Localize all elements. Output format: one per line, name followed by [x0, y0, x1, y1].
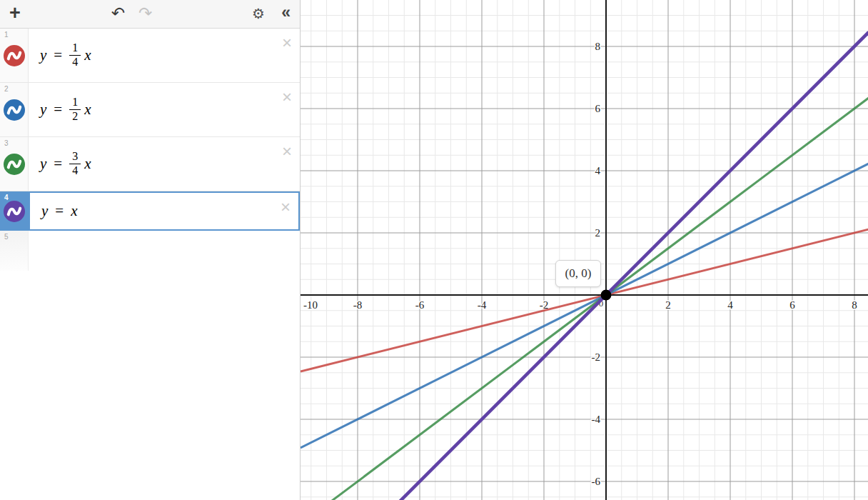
expression-gutter-3[interactable]: 3 [0, 137, 29, 191]
expression-input-empty[interactable] [29, 231, 300, 271]
expression-row-2: 2 y=12x × [0, 83, 300, 137]
row-number: 1 [4, 31, 9, 39]
sinusoid-color-icon[interactable] [3, 99, 25, 121]
svg-text:-4: -4 [592, 414, 601, 425]
expression-row-3: 3 y=34x × [0, 137, 300, 191]
expression-row-5[interactable]: 5 [0, 231, 300, 271]
graph-svg[interactable]: -10-8-6-4-224688642-2-4-60 [301, 0, 868, 500]
svg-text:-8: -8 [353, 299, 363, 311]
svg-text:-4: -4 [478, 299, 487, 311]
expression-latex: y=12x [40, 96, 91, 123]
collapse-sidebar-icon[interactable]: « [281, 4, 291, 21]
svg-text:-10: -10 [303, 299, 318, 311]
expression-row-4: 4 y=x × [0, 191, 300, 231]
expression-latex: y=x [41, 202, 78, 220]
graph-paper[interactable]: -10-8-6-4-224688642-2-4-60 (0, 0) [300, 0, 868, 500]
desmos-app: + ↶ ↷ ⚙ « 1 y=14x × [0, 0, 868, 500]
expression-toolbar: + ↶ ↷ ⚙ « [0, 0, 300, 29]
gear-icon[interactable]: ⚙ [252, 6, 265, 21]
expression-input[interactable]: y=x × [29, 191, 300, 231]
point-label-text: (0, 0) [565, 266, 592, 281]
svg-text:8: 8 [852, 299, 857, 311]
svg-text:-6: -6 [592, 476, 601, 487]
row-number: 2 [4, 85, 9, 93]
expression-latex: y=34x [40, 151, 91, 177]
sinusoid-color-icon[interactable] [3, 200, 25, 222]
point-label: (0, 0) [555, 260, 601, 287]
svg-text:6: 6 [595, 103, 601, 114]
close-icon[interactable]: × [282, 89, 292, 106]
expression-gutter-5: 5 [0, 231, 29, 271]
expression-gutter-4[interactable]: 4 [0, 191, 29, 231]
redo-icon[interactable]: ↷ [138, 5, 152, 21]
svg-text:-2: -2 [592, 351, 601, 363]
sinusoid-color-icon[interactable] [3, 44, 25, 66]
svg-text:4: 4 [727, 299, 733, 311]
expression-input[interactable]: y=14x × [29, 29, 300, 82]
row-number: 5 [4, 233, 9, 241]
sinusoid-color-icon[interactable] [3, 153, 25, 175]
row-number: 3 [4, 139, 9, 147]
svg-text:2: 2 [665, 299, 671, 311]
svg-text:2: 2 [595, 227, 601, 239]
svg-text:6: 6 [789, 299, 795, 311]
add-expression-button[interactable]: + [9, 4, 21, 23]
svg-text:-6: -6 [415, 299, 425, 311]
expression-input[interactable]: y=12x × [29, 83, 300, 136]
expression-gutter-1[interactable]: 1 [0, 29, 29, 82]
svg-text:8: 8 [595, 41, 601, 52]
expression-gutter-2[interactable]: 2 [0, 83, 29, 136]
expression-row-1: 1 y=14x × [0, 29, 300, 83]
close-icon[interactable]: × [282, 143, 292, 160]
svg-text:4: 4 [595, 165, 601, 176]
close-icon[interactable]: × [282, 34, 292, 51]
expression-input[interactable]: y=34x × [29, 137, 300, 191]
undo-icon[interactable]: ↶ [111, 5, 125, 21]
expression-latex: y=14x [40, 42, 91, 69]
expression-sidebar: + ↶ ↷ ⚙ « 1 y=14x × [0, 0, 300, 500]
close-icon[interactable]: × [281, 199, 291, 216]
